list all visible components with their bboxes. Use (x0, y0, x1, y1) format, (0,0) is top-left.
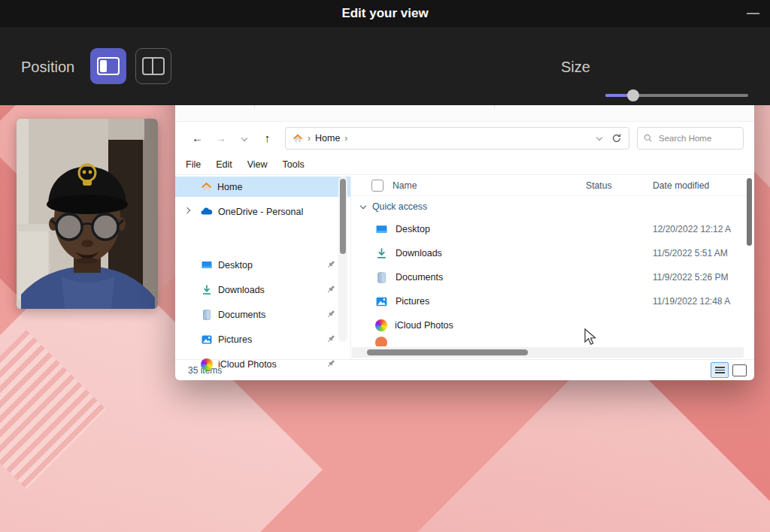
files-horizontal-scrollbar[interactable] (352, 347, 744, 358)
explorer-sidebar: Home OneDrive - Personal Desktop (175, 175, 350, 359)
view-toggles (711, 362, 747, 378)
explorer-menubar: File Edit View Tools (175, 154, 754, 175)
sidebar-label: Home (217, 182, 242, 192)
search-icon (644, 134, 653, 143)
teams-toolbar: Position Size (0, 27, 770, 105)
position-left-button[interactable] (90, 48, 126, 84)
refresh-icon[interactable] (611, 133, 622, 144)
icloud-photos-icon (201, 358, 213, 370)
breadcrumb-separator: › (344, 133, 347, 144)
file-date: 12/20/2022 12:12 A (653, 224, 731, 234)
file-name: Desktop (396, 224, 430, 234)
sidebar-item-pictures[interactable]: Pictures (175, 329, 350, 349)
size-label: Size (561, 59, 590, 76)
sidebar-item-home[interactable]: Home (175, 177, 350, 197)
select-all-checkbox[interactable] (371, 180, 383, 192)
presenter-portrait (17, 119, 158, 309)
chevron-down-icon (360, 204, 367, 210)
size-slider-thumb[interactable] (627, 89, 639, 101)
desktop-icon (375, 223, 388, 236)
file-date: 11/9/2022 5:26 PM (653, 272, 729, 283)
dialog-title: Edit your view (0, 0, 770, 27)
file-name: iCloud Photos (395, 320, 453, 331)
details-view-button[interactable] (711, 362, 729, 378)
pictures-icon (201, 334, 213, 346)
file-row-icloud-photos[interactable]: iCloud Photos (351, 313, 754, 337)
layout-left-panel-icon (97, 57, 120, 75)
onedrive-icon (201, 206, 213, 218)
group-quick-access[interactable]: Quick access (351, 196, 754, 217)
sidebar-label: Desktop (218, 260, 253, 271)
menu-file[interactable]: File (178, 159, 208, 170)
forward-button[interactable]: → (209, 131, 232, 144)
file-row-pictures[interactable]: Pictures 11/19/2022 12:48 A (351, 289, 754, 313)
file-row-downloads[interactable]: Downloads 11/5/2022 5:51 AM (351, 241, 754, 265)
file-name: Documents (396, 272, 443, 283)
large-icons-view-button[interactable] (732, 364, 747, 376)
documents-icon (201, 309, 213, 321)
breadcrumb-home[interactable]: Home (315, 133, 340, 144)
sidebar-item-documents[interactable]: Documents (175, 304, 350, 325)
chevron-down-icon (241, 136, 247, 142)
sidebar-label: Downloads (218, 285, 265, 295)
pin-icon[interactable] (326, 334, 336, 344)
breadcrumb-separator: › (308, 133, 311, 144)
sidebar-scrollbar-thumb[interactable] (340, 179, 346, 254)
menu-tools[interactable]: Tools (275, 159, 312, 170)
back-button[interactable]: ← (186, 131, 209, 144)
column-status[interactable]: Status (586, 180, 612, 191)
pictures-icon (375, 295, 388, 308)
home-icon (293, 133, 303, 144)
home-icon (201, 181, 212, 192)
column-headers: Name Status Date modified (351, 175, 754, 196)
column-name[interactable]: Name (393, 180, 417, 191)
file-name: Downloads (396, 248, 442, 258)
pin-icon[interactable] (326, 259, 336, 270)
horizontal-scrollbar-thumb[interactable] (367, 349, 528, 355)
explorer-addressrow: ← → ↑ › Home › (175, 122, 754, 154)
file-name: Pictures (396, 296, 429, 307)
position-split-button[interactable] (135, 48, 171, 84)
sidebar-label: OneDrive - Personal (218, 207, 303, 217)
sidebar-item-onedrive[interactable]: OneDrive - Personal (175, 201, 350, 222)
sidebar-item-desktop[interactable]: Desktop (175, 255, 350, 275)
layout-split-icon (142, 57, 165, 75)
pin-icon[interactable] (326, 284, 336, 295)
file-list: Name Status Date modified Quick access D… (350, 175, 754, 359)
sidebar-item-icloud-photos[interactable]: iCloud Photos (175, 354, 350, 374)
teams-titlebar: Edit your view (0, 0, 770, 27)
pin-icon[interactable] (326, 309, 336, 319)
file-date: 11/5/2022 5:51 AM (653, 248, 728, 258)
sidebar-label: Pictures (218, 334, 252, 345)
sidebar-item-downloads[interactable]: Downloads (175, 280, 350, 300)
sidebar-label: Documents (218, 310, 265, 320)
address-dropdown-icon[interactable] (596, 135, 602, 141)
file-row-desktop[interactable]: Desktop 12/20/2022 12:12 A (351, 217, 754, 241)
minimize-icon[interactable] (747, 13, 759, 14)
size-slider[interactable] (605, 94, 748, 97)
chevron-right-icon[interactable] (184, 207, 191, 214)
address-bar[interactable]: › Home › (285, 127, 629, 150)
explorer-body: Home OneDrive - Personal Desktop (175, 175, 754, 359)
search-box (637, 127, 744, 150)
pin-icon[interactable] (326, 358, 336, 369)
position-label: Position (21, 59, 74, 76)
icloud-photos-icon (375, 319, 387, 331)
file-date: 11/19/2022 12:48 A (653, 296, 730, 307)
presenter-video[interactable] (17, 119, 158, 309)
column-date-modified[interactable]: Date modified (653, 180, 709, 191)
group-label: Quick access (372, 201, 427, 212)
file-row-partial (375, 337, 388, 346)
history-dropdown-button[interactable] (232, 131, 256, 144)
menu-edit[interactable]: Edit (208, 159, 240, 170)
downloads-icon (201, 284, 213, 296)
search-input[interactable] (657, 133, 737, 144)
menu-view[interactable]: View (240, 159, 275, 170)
downloads-icon (375, 247, 388, 260)
files-vertical-scrollbar[interactable] (747, 178, 752, 246)
sidebar-label: iCloud Photos (218, 359, 277, 370)
up-button[interactable]: ↑ (256, 131, 279, 144)
desktop-icon (201, 259, 213, 271)
documents-icon (375, 271, 388, 284)
file-row-documents[interactable]: Documents 11/9/2022 5:26 PM (351, 265, 754, 289)
